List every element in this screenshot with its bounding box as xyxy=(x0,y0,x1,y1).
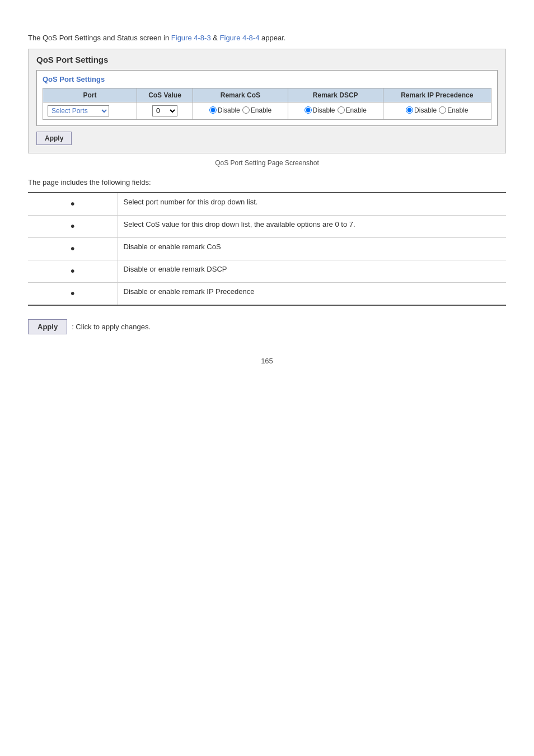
cos-value-cell[interactable]: 0 1 2 3 4 5 6 7 xyxy=(137,102,193,120)
fields-table-row: •Disable or enable remark DSCP xyxy=(28,260,506,283)
fields-bullet: • xyxy=(28,216,118,238)
remark-ip-disable-label[interactable]: Disable xyxy=(406,106,437,114)
fields-intro-text: The page includes the following fields: xyxy=(28,178,506,186)
fields-description: Select CoS value for this drop down list… xyxy=(118,216,506,238)
fields-description: Disable or enable remark DSCP xyxy=(118,260,506,283)
remark-ip-enable-radio[interactable] xyxy=(439,106,446,114)
fields-description: Disable or enable remark CoS xyxy=(118,238,506,260)
remark-cos-enable-label[interactable]: Enable xyxy=(242,106,271,114)
remark-cos-enable-radio[interactable] xyxy=(242,106,250,114)
fields-bullet: • xyxy=(28,283,118,306)
fields-table-row: •Disable or enable remark IP Precedence xyxy=(28,283,506,306)
remark-dscp-disable-radio[interactable] xyxy=(305,106,312,114)
fields-table-row: •Select CoS value for this drop down lis… xyxy=(28,216,506,238)
remark-cos-cell: Disable Enable xyxy=(193,102,288,120)
remark-cos-enable-text: Enable xyxy=(251,106,271,114)
remark-cos-disable-radio[interactable] xyxy=(209,106,217,114)
apply-section-button[interactable]: Apply xyxy=(28,319,67,334)
figure-link-1[interactable]: Figure 4-8-3 xyxy=(171,34,211,42)
fields-table-row: •Disable or enable remark CoS xyxy=(28,238,506,260)
apply-button-inner[interactable]: Apply xyxy=(36,132,72,145)
remark-ip-disable-radio[interactable] xyxy=(406,106,413,114)
port-select[interactable]: Select Ports xyxy=(48,105,109,116)
remark-ip-enable-text: Enable xyxy=(447,106,468,114)
remark-dscp-disable-label[interactable]: Disable xyxy=(305,106,335,114)
intro-text-mid: & xyxy=(213,34,219,42)
table-row: Select Ports 0 1 2 3 4 5 6 7 xyxy=(43,102,491,120)
col-header-remark-dscp: Remark DSCP xyxy=(288,88,383,102)
remark-dscp-enable-text: Enable xyxy=(346,106,367,114)
remark-ip-disable-text: Disable xyxy=(414,106,437,114)
intro-text-after: appear. xyxy=(261,34,285,42)
fields-bullet: • xyxy=(28,193,118,216)
qos-inner-title: QoS Port Settings xyxy=(43,75,491,83)
fields-description-table: •Select port number for this drop down l… xyxy=(28,192,506,306)
col-header-port: Port xyxy=(43,88,137,102)
cos-value-select[interactable]: 0 1 2 3 4 5 6 7 xyxy=(152,105,177,116)
fields-bullet: • xyxy=(28,260,118,283)
remark-cos-radio-group: Disable Enable xyxy=(209,106,271,114)
figure-link-2[interactable]: Figure 4-8-4 xyxy=(220,34,260,42)
remark-dscp-cell: Disable Enable xyxy=(288,102,383,120)
fields-bullet: • xyxy=(28,238,118,260)
intro-text-before: The QoS Port Settings and Status screen … xyxy=(28,34,171,42)
fields-table-row: •Select port number for this drop down l… xyxy=(28,193,506,216)
remark-dscp-enable-label[interactable]: Enable xyxy=(338,106,367,114)
apply-section-description: : Click to apply changes. xyxy=(72,323,151,331)
col-header-remark-cos: Remark CoS xyxy=(193,88,288,102)
screenshot-caption: QoS Port Setting Page Screenshot xyxy=(28,159,506,167)
remark-ip-enable-label[interactable]: Enable xyxy=(439,106,468,114)
fields-description: Select port number for this drop down li… xyxy=(118,193,506,216)
apply-section: Apply : Click to apply changes. xyxy=(28,319,506,334)
remark-ip-radio-group: Disable Enable xyxy=(406,106,468,114)
intro-paragraph: The QoS Port Settings and Status screen … xyxy=(28,34,506,42)
remark-dscp-radio-group: Disable Enable xyxy=(305,106,367,114)
remark-dscp-disable-text: Disable xyxy=(313,106,335,114)
remark-cos-disable-text: Disable xyxy=(218,106,240,114)
remark-ip-cell: Disable Enable xyxy=(383,102,491,120)
remark-dscp-enable-radio[interactable] xyxy=(338,106,345,114)
remark-cos-disable-label[interactable]: Disable xyxy=(209,106,240,114)
col-header-remark-ip: Remark IP Precedence xyxy=(383,88,491,102)
qos-port-settings-box: QoS Port Settings QoS Port Settings Port… xyxy=(28,49,506,153)
qos-inner-panel: QoS Port Settings Port CoS Value Remark … xyxy=(36,70,498,126)
qos-box-title: QoS Port Settings xyxy=(36,55,498,64)
col-header-cos: CoS Value xyxy=(137,88,193,102)
fields-description: Disable or enable remark IP Precedence xyxy=(118,283,506,306)
qos-settings-table: Port CoS Value Remark CoS Remark DSCP Re… xyxy=(43,88,491,120)
port-cell[interactable]: Select Ports xyxy=(43,102,137,120)
page-number: 165 xyxy=(28,357,506,365)
